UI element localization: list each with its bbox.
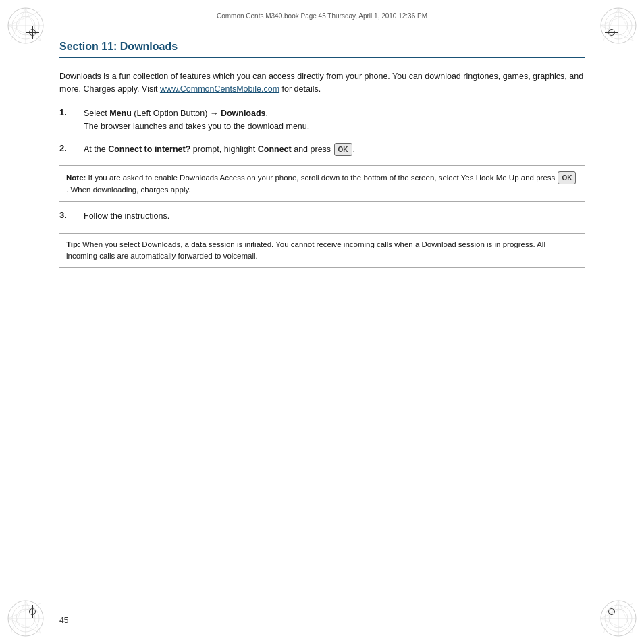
header-text: Common Cents M340.book Page 45 Thursday,… — [217, 12, 427, 20]
intro-paragraph: Downloads is a fun collection of feature… — [59, 70, 585, 97]
step-3-text: Follow the instructions. — [84, 211, 169, 221]
svg-line-26 — [8, 618, 41, 633]
step-2-number: 2. — [59, 143, 84, 153]
step-1-browser-text: The browser launches and takes you to th… — [84, 122, 309, 131]
note-yes-hook: Yes Hook Me Up — [461, 173, 519, 182]
step-1-content: Select Menu (Left Option Button) → Downl… — [84, 107, 309, 134]
page-number: 45 — [59, 616, 68, 625]
intro-link[interactable]: www.CommonCentsMobile.com — [160, 84, 279, 94]
intro-text-part2: for details. — [279, 84, 321, 94]
note-text2: and press — [519, 173, 558, 182]
tip-text: When you select Downloads, a data sessio… — [66, 240, 545, 260]
content-area: Section 11: Downloads Downloads is a fun… — [59, 41, 585, 603]
step-1-downloads: Downloads — [221, 109, 266, 118]
step-2-text2: prompt, highlight — [190, 144, 257, 154]
crosshair-tl — [26, 26, 39, 39]
step-1-text1: Select — [84, 109, 109, 118]
step-2: 2. At the Connect to internet? prompt, h… — [59, 143, 585, 157]
svg-line-16 — [601, 11, 633, 26]
step-2-content: At the Connect to internet? prompt, high… — [84, 143, 355, 157]
corner-decoration-br — [598, 598, 639, 639]
step-3-content: Follow the instructions. — [84, 210, 169, 223]
section-title: Section 11: Downloads — [59, 41, 585, 58]
note-text3: . When downloading, charges apply. — [66, 186, 191, 194]
step-2-connect-prompt: Connect to internet? — [108, 144, 190, 154]
step-3: 3. Follow the instructions. — [59, 210, 585, 223]
intro-text-part1: Downloads is a fun collection of feature… — [59, 72, 583, 94]
tip-box: Tip: When you select Downloads, a data s… — [59, 233, 585, 269]
note-label: Note: — [66, 173, 86, 182]
corner-decoration-tr — [598, 5, 639, 46]
step-1-menu: Menu — [109, 109, 132, 118]
step-3-number: 3. — [59, 210, 84, 220]
svg-line-33 — [618, 601, 633, 633]
header-bar: Common Cents M340.book Page 45 Thursday,… — [54, 12, 590, 22]
step-1-number: 1. — [59, 107, 84, 117]
note-text1: If you are asked to enable Downloads Acc… — [86, 173, 460, 182]
svg-line-15 — [618, 8, 633, 41]
step-2-period: . — [353, 144, 355, 154]
svg-line-35 — [601, 618, 633, 633]
tip-label: Tip: — [66, 240, 80, 248]
step-1: 1. Select Menu (Left Option Button) → Do… — [59, 107, 585, 134]
crosshair-bl — [26, 605, 39, 618]
step-1-period: . — [266, 109, 268, 118]
corner-decoration-bl — [5, 598, 46, 639]
note-box: Note: If you are asked to enable Downloa… — [59, 165, 585, 202]
step-2-ok-button: OK — [334, 143, 352, 157]
step-2-text1: At the — [84, 144, 108, 154]
step-1-text2: (Left Option Button) → — [132, 109, 221, 118]
svg-line-7 — [8, 11, 41, 26]
svg-line-23 — [11, 601, 26, 633]
note-ok-button: OK — [558, 171, 576, 184]
crosshair-tr — [605, 26, 618, 39]
svg-line-5 — [11, 8, 26, 41]
step-2-connect: Connect — [258, 144, 292, 154]
step-2-text3: and press — [292, 144, 333, 154]
crosshair-br — [605, 605, 618, 618]
